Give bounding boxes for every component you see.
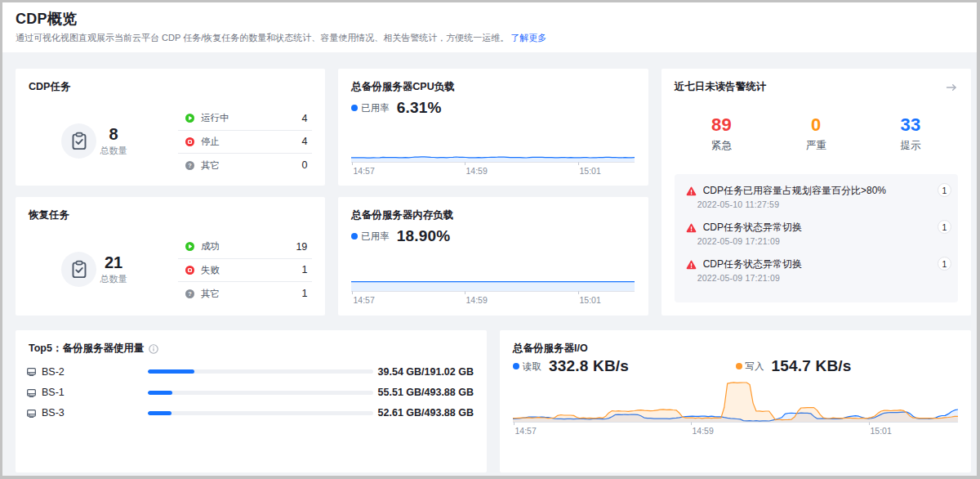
status-row: ? 其它 0 [178,154,312,177]
alert-stat-label: 紧急 [675,141,769,151]
other-status-icon: ? [185,289,194,298]
server-icon [26,408,37,419]
alert-title-row: CDP任务状态异常切换 [686,257,951,271]
running-status-icon [185,242,194,251]
alert-title-row: CDP任务状态异常切换 [686,221,951,235]
svg-text:14:59: 14:59 [466,295,488,305]
usage-progress-fill [148,391,173,395]
learn-more-link[interactable]: 了解更多 [510,33,546,43]
info-icon[interactable] [149,344,158,354]
svg-text:15:01: 15:01 [871,426,892,436]
alert-stat-prompt: 33 提示 [863,115,958,151]
page-description: 通过可视化视图直观展示当前云平台 CDP 任务/恢复任务的数量和状态统计、容量使… [16,32,964,43]
alert-stat-urgent: 89 紧急 [675,115,769,151]
card-title: 近七日未读告警统计 [675,81,767,93]
card-title: 总备份服务器CPU负载 [351,81,454,93]
svg-text:?: ? [188,162,192,169]
legend-item-read: 读取 332.8 KB/s [513,359,736,374]
server-icon [26,387,37,398]
card-title: Top5：备份服务器使用量 [29,342,158,355]
alert-item[interactable]: CDP任务状态异常切换 2022-05-09 17:21:09 1 [686,221,951,257]
usage-value: 52.61 GB/493.88 GB [378,407,474,419]
alert-item[interactable]: CDP任务状态异常切换 2022-05-09 17:21:09 1 [686,257,951,294]
alert-item[interactable]: CDP任务已用容量占规划容量百分比>80% 2022-05-10 11:27:5… [686,184,951,221]
svg-text:14:57: 14:57 [515,426,537,436]
card-title: 总备份服务器内存负载 [351,209,453,222]
server-name: BS-1 [42,387,148,398]
bottom-grid: Top5：备份服务器使用量 BS-2 39.54 GB/191.02 GB BS… [16,330,971,472]
alert-stats: 89 紧急 0 严重 33 提示 [675,115,958,151]
svg-text:14:57: 14:57 [354,166,375,176]
server-usage-row: BS-1 55.51 GB/493.88 GB [26,382,474,402]
usage-progress-bar [148,391,373,395]
arrow-right-icon[interactable] [945,81,958,94]
status-row: 成功 19 [178,235,312,259]
status-label: 其它 [201,159,220,172]
alert-list: CDP任务已用容量占规划容量百分比>80% 2022-05-10 11:27:5… [675,174,958,302]
card-title: 总备份服务器I/O [513,342,588,355]
server-icon [26,366,37,377]
status-row: 运行中 4 [178,107,312,131]
alert-stat-label: 提示 [863,141,958,151]
usage-progress-fill [148,411,172,415]
status-label: 其它 [201,288,220,300]
legend-label: 已用率 [361,231,390,243]
server-usage-row: BS-2 39.54 GB/191.02 GB [26,361,474,382]
usage-progress-bar [148,411,373,415]
status-row: ? 其它 1 [178,282,312,306]
io-card: 总备份服务器I/O 读取 332.8 KB/s 写入 154.7 KB/s 14… [500,330,971,472]
svg-text:14:59: 14:59 [466,166,488,176]
alert-stat-label: 严重 [768,141,863,151]
alert-stat-value: 0 [768,115,863,135]
svg-text:?: ? [188,290,192,298]
card-title-text: Top5：备份服务器使用量 [29,342,144,355]
memory-load-chart: 14:5714:5915:01 [351,242,635,305]
status-value: 4 [301,113,312,124]
alert-text: CDP任务状态异常切换 [703,257,823,271]
usage-progress-fill [148,369,194,374]
server-name: BS-3 [42,407,148,419]
io-chart: 14:5714:5915:01 [513,375,958,436]
status-list: 运行中 4 停止 4 ? 其它 0 [178,107,312,177]
alert-stat-value: 89 [675,115,769,135]
status-label: 停止 [201,136,220,148]
svg-text:14:57: 14:57 [354,295,375,305]
legend-label: 读取 [523,360,541,373]
restore-tasks-card: 恢复任务 21 总数量 成功 19 失败 1 ? 其它 1 [16,197,325,316]
status-row: 失败 1 [178,259,312,283]
server-name: BS-2 [42,366,148,378]
status-value: 1 [301,264,312,275]
status-value: 19 [296,241,312,253]
usage-value: 39.54 GB/191.02 GB [378,366,474,378]
usage-value: 55.51 GB/493.88 GB [378,387,474,398]
legend-item-write: 写入 154.7 KB/s [736,359,959,374]
memory-load-card: 总备份服务器内存负载 已用率 18.90% 14:5714:5915:01 [338,197,648,316]
card-title: 恢复任务 [29,209,69,222]
alert-stat-severe: 0 严重 [768,115,863,151]
warning-triangle-icon [686,260,697,270]
status-value: 4 [301,136,312,147]
warning-triangle-icon [686,186,697,196]
status-label: 成功 [201,240,220,253]
chart-legend: 读取 332.8 KB/s 写入 154.7 KB/s [513,359,958,374]
status-label: 失败 [201,264,220,276]
alert-stat-value: 33 [863,115,958,135]
legend-label: 写入 [746,360,764,373]
warning-triangle-icon [686,223,697,233]
svg-text:15:01: 15:01 [580,295,601,305]
cpu-load-card: 总备份服务器CPU负载 已用率 6.31% 14:5714:5915:01 [338,69,648,186]
alert-count-badge: 1 [938,257,951,271]
top5-servers-card: Top5：备份服务器使用量 BS-2 39.54 GB/191.02 GB BS… [16,330,487,472]
alert-title-row: CDP任务已用容量占规划容量百分比>80% [686,184,951,198]
alert-text: CDP任务状态异常切换 [703,221,823,235]
alerts-card: 近七日未读告警统计 89 紧急 0 严重 33 提示 [662,69,971,316]
status-value: 1 [301,288,312,299]
stopped-status-icon [185,266,194,275]
alert-count-badge: 1 [938,220,951,234]
card-title: CDP任务 [29,81,70,93]
cdp-tasks-card: CDP任务 8 总数量 运行中 4 停止 4 ? 其它 0 [16,69,325,186]
page-body: CDP任务 8 总数量 运行中 4 停止 4 ? 其它 0 [2,52,977,472]
task-total: 8 总数量 [87,126,140,156]
status-list: 成功 19 失败 1 ? 其它 1 [178,235,312,306]
series-dot-icon [351,233,358,239]
